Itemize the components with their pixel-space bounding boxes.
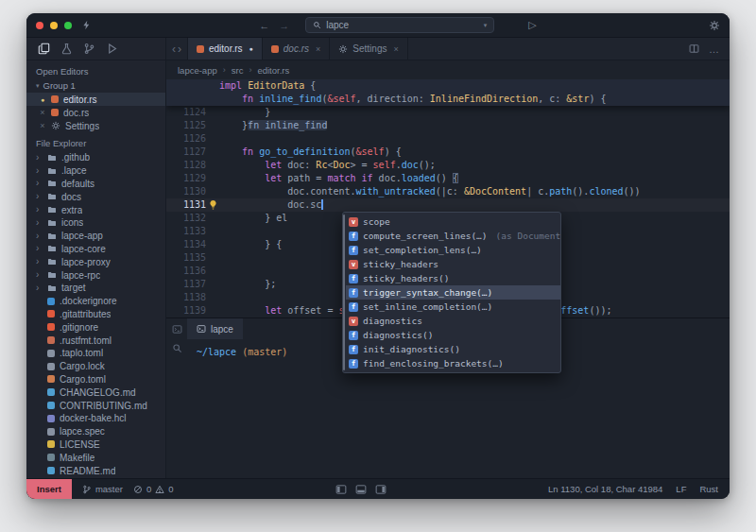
file-item[interactable]: Cargo.lock [26,360,165,373]
toggle-right-panel-icon[interactable] [375,485,387,494]
file-item[interactable]: .gitignore [26,320,165,334]
history-back-button[interactable]: ← [254,20,274,31]
folder-item[interactable]: ›lapce-app [26,230,165,243]
cursor-position[interactable]: Ln 1130, Col 18, Char 41984 [548,484,662,494]
folder-item[interactable]: ›icons [26,216,165,230]
file-item[interactable]: CHANGELOG.md [26,386,165,399]
breadcrumb-item[interactable]: editor.rs [257,65,289,76]
folder-item[interactable]: ›.github [26,151,165,164]
completion-item[interactable]: vdiagnostics [346,314,560,328]
command-palette-search[interactable]: lapce ▾ [305,17,494,33]
code-line[interactable]: 1124 } [166,106,730,119]
open-editor-item[interactable]: ×Settings [26,119,165,132]
close-window-button[interactable] [36,22,43,29]
toggle-bottom-panel-icon[interactable] [355,485,367,494]
panel-search-icon[interactable] [172,343,182,353]
code-line[interactable]: 1125 }fn inline_find [166,119,730,132]
folder-item[interactable]: ›defaults [26,178,165,191]
completion-item[interactable]: vsticky_headers [346,257,560,271]
modified-dot[interactable]: ● [249,45,253,52]
folder-item[interactable]: ›lapce-proxy [26,255,165,268]
line-number: 1126 [166,132,219,146]
editor-tab[interactable]: editor.rs● [187,38,263,60]
line-ending[interactable]: LF [676,484,686,494]
completion-item[interactable]: fdiagnostics() [346,328,560,342]
completion-item[interactable]: finit_diagnostics() [346,342,560,356]
language-mode[interactable]: Rust [699,484,718,494]
code-line[interactable]: impl EditorData { [166,79,730,93]
file-item[interactable]: .gitattributes [26,308,165,321]
bolt-icon[interactable] [81,20,92,30]
plugin-icon[interactable] [60,43,73,55]
code-line[interactable]: 1130 doc.content.with_untracked(|c: &Doc… [166,185,730,198]
editor-tab[interactable]: Settings× [330,38,407,60]
close-icon[interactable]: × [39,108,46,117]
file-item[interactable]: .rustfmt.toml [26,334,165,347]
zoom-window-button[interactable] [64,22,72,29]
settings-gear-icon[interactable] [709,20,720,31]
file-item[interactable]: lapce.spec [26,425,165,438]
file-item[interactable]: README.md [26,464,165,477]
tabs-back-button[interactable]: ‹ [172,43,176,56]
completion-item[interactable]: fset_completion_lens(…) [346,243,560,257]
folder-item[interactable]: ›extra [26,203,165,216]
breadcrumb-item[interactable]: lapce-app [178,65,217,76]
modified-dot[interactable]: ● [39,96,46,103]
folder-item[interactable]: ›lapce-core [26,243,165,256]
breadcrumb-item[interactable]: src [232,65,244,76]
source-control-icon[interactable] [83,43,95,55]
close-icon[interactable]: × [393,44,398,54]
completion-item[interactable]: fset_inline_completion(…) [346,300,560,314]
open-editor-item[interactable]: ●editor.rs [26,93,165,106]
file-item[interactable]: LICENSE [26,438,165,452]
panel-terminal-icon[interactable] [172,324,182,335]
folder-item[interactable]: ›docs [26,190,165,203]
completion-scrollbar[interactable] [343,215,345,370]
branch-indicator[interactable]: master [82,484,123,494]
completion-item[interactable]: ftrigger_syntax_change(…) [346,285,560,300]
file-name: Cargo.lock [60,361,105,371]
code-line[interactable]: fn inline_find(&self, direction: InlineF… [166,93,730,106]
chevron-down-icon: ▾ [36,79,40,93]
editor-group-row[interactable]: ▾ Group 1 [26,79,165,93]
code-line[interactable]: 1131 doc.sc [166,198,730,212]
file-item[interactable]: .dockerignore [26,295,165,308]
file-explorer-header[interactable]: File Explorer [26,136,165,151]
tabs-forward-button[interactable]: › [178,43,181,56]
file-item[interactable]: .taplo.toml [26,347,165,360]
file-item[interactable]: Cargo.toml [26,373,165,386]
tab-navigation: ‹ › [166,38,187,60]
run-button[interactable]: ▷ [528,19,536,31]
file-item[interactable]: CONTRIBUTING.md [26,399,165,412]
file-explorer-icon[interactable] [38,43,50,55]
completion-item[interactable]: fsticky_headers() [346,271,560,285]
code-action-bulb-icon[interactable] [208,199,218,210]
completion-item[interactable]: fcompute_screen_lines(…)(as Document) [346,229,560,243]
editor-tab[interactable]: doc.rs× [263,38,331,60]
terminal-tab[interactable]: lapce [187,318,243,339]
toggle-left-panel-icon[interactable] [335,485,347,494]
more-actions-icon[interactable]: … [709,43,720,55]
folder-item[interactable]: ›target [26,282,165,295]
code-line[interactable]: 1129 let path = match if doc.loaded() { [166,172,730,185]
completion-item[interactable]: ffind_enclosing_brackets(…) [346,356,560,370]
completion-item[interactable]: vscope [346,215,560,229]
mode-indicator[interactable]: Insert [26,479,72,500]
history-forward-button[interactable]: → [274,20,294,31]
folder-item[interactable]: ›lapce-rpc [26,268,165,282]
code-line[interactable]: 1127 fn go_to_definition(&self) { [166,146,730,159]
folder-item[interactable]: ›.lapce [26,164,165,178]
code-line[interactable]: 1126 [166,132,730,146]
close-icon[interactable]: × [39,121,46,130]
minimize-window-button[interactable] [50,22,58,29]
chevron-right-icon: › [36,244,43,253]
code-line[interactable]: 1128 let doc: Rc<Doc> = self.doc(); [166,159,730,172]
close-icon[interactable]: × [316,44,320,54]
open-editor-item[interactable]: ×doc.rs [26,106,165,119]
debug-icon[interactable] [106,43,118,55]
split-editor-icon[interactable] [689,43,699,54]
problems-indicator[interactable]: 0 0 [133,484,174,494]
file-item[interactable]: docker-bake.hcl [26,412,165,425]
file-item[interactable]: Makefile [26,451,165,464]
open-editors-header[interactable]: Open Editors [26,64,165,79]
